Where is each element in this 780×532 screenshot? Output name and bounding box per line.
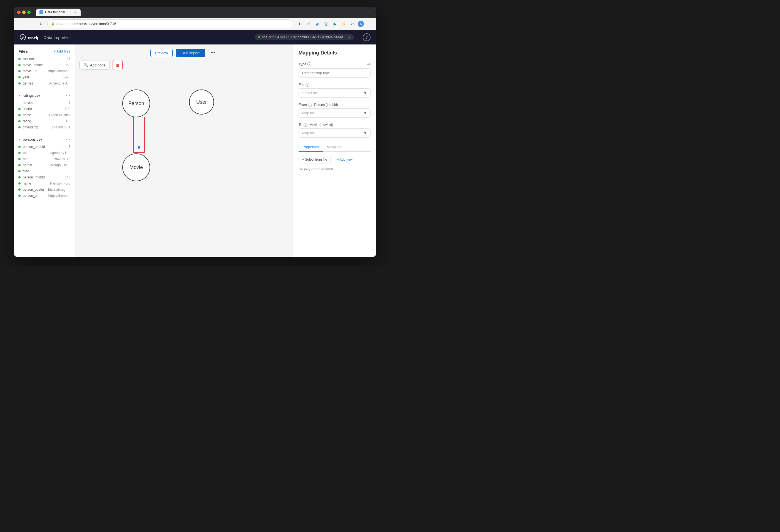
from-field-group: From i Person (tmdbld) Map file ▼ — [299, 103, 371, 117]
to-map-file-select[interactable]: Map file ▼ — [299, 129, 371, 138]
node-user[interactable]: User — [189, 90, 214, 114]
help-button[interactable]: ? — [363, 33, 371, 41]
csv-filename: persons.csv — [23, 137, 64, 142]
list-item: userId 630 — [14, 106, 75, 112]
from-map-file-select[interactable]: Map file ▼ — [299, 108, 371, 117]
file-field-name: name — [23, 113, 47, 117]
type-info-icon[interactable]: i — [307, 62, 311, 66]
app-header: neo4j Data Importer bolt+s://85474006517… — [14, 30, 376, 44]
add-new-button[interactable]: + Add new — [334, 156, 356, 163]
csv-collapse-icon: ▼ — [18, 138, 21, 141]
relationship-edge[interactable] — [133, 117, 145, 153]
more-options-button[interactable]: ••• — [208, 48, 217, 57]
list-item: movie_tmdbld 862 — [14, 62, 75, 68]
file-field-name: genres — [23, 82, 47, 85]
new-tab-button[interactable]: + — [82, 9, 88, 15]
active-tab[interactable]: ⬡ Data Importer ✕ — [36, 9, 81, 16]
file-field-name: person_tmdbld — [23, 145, 66, 149]
csv-menu-icon[interactable]: ⋯ — [66, 137, 70, 142]
delete-button[interactable]: 🗑 — [112, 60, 123, 70]
graph-canvas[interactable]: Person User — [75, 73, 293, 257]
file-field-name: died — [23, 169, 68, 173]
tab-mapping[interactable]: Mapping — [323, 143, 344, 152]
tab-properties[interactable]: Properties — [299, 143, 323, 152]
maximize-button[interactable] — [27, 10, 31, 14]
file-field-value: Chicago, Illin... — [48, 163, 70, 167]
file-status-dot — [18, 182, 20, 185]
list-item: born 1942-07-13 — [14, 156, 75, 162]
node-movie[interactable]: Movie — [122, 153, 150, 181]
tab-close-button[interactable]: ✕ — [74, 10, 77, 14]
share-button[interactable]: ⬆ — [295, 20, 303, 28]
file-field-value: Adventure|A... — [49, 82, 70, 85]
file-field-value: https://themo... — [48, 69, 70, 73]
from-info-icon[interactable]: i — [308, 103, 312, 107]
file-status-dot — [18, 76, 20, 79]
back-button[interactable]: ← — [17, 20, 25, 28]
preview-button[interactable]: Preview — [150, 49, 173, 57]
file-field-value: Legendary H... — [48, 151, 70, 155]
sidebar-icon[interactable]: ▭ — [349, 20, 357, 28]
file-field-name: movie_tmdbld — [23, 63, 62, 67]
app-container: neo4j Data Importer bolt+s://85474006517… — [14, 30, 376, 257]
run-import-button[interactable]: Run Import — [176, 49, 205, 57]
from-placeholder: Map file — [302, 111, 315, 115]
csv-group-persons[interactable]: ▼ persons.csv ⋯ — [14, 135, 75, 144]
file-field-name: person_url — [23, 194, 46, 198]
to-info-icon[interactable]: i — [303, 123, 307, 127]
file-field-name: bio — [23, 151, 46, 155]
file-field-value: Harrison Ford — [50, 182, 70, 185]
relationship-type-input[interactable] — [299, 68, 371, 78]
file-status-dot — [18, 158, 20, 160]
window-controls[interactable]: ⌄ — [368, 10, 373, 14]
svg-marker-3 — [138, 146, 140, 150]
address-bar[interactable]: 🔒 data-importer.neo4j.io/versions/0.7.0/ — [47, 19, 293, 28]
type-label: Type i ⇌ — [299, 61, 371, 67]
divider — [14, 134, 75, 134]
close-button[interactable] — [17, 10, 20, 14]
connection-chevron-icon: ▼ — [348, 36, 350, 39]
node-person[interactable]: Person — [122, 90, 150, 117]
file-field-name: born — [23, 157, 51, 161]
file-select[interactable]: Select file ▼ — [299, 88, 371, 98]
file-info-icon[interactable]: i — [305, 83, 309, 87]
more-icon: ••• — [210, 50, 215, 55]
file-status-dot — [18, 146, 20, 148]
traffic-lights — [17, 10, 31, 14]
forward-button[interactable]: → — [27, 20, 35, 28]
file-status-dot — [18, 64, 20, 66]
select-from-file-button[interactable]: + Select from file — [299, 156, 331, 163]
file-field-value: 1995 — [63, 75, 70, 79]
file-field-value: 3 — [68, 145, 70, 149]
menu-button[interactable]: ⋮ — [365, 20, 373, 28]
files-title: Files — [18, 49, 28, 54]
connection-status-dot — [258, 36, 260, 38]
list-item: person_url https://themo... — [14, 193, 75, 199]
file-status-dot — [18, 120, 20, 122]
file-status-dot — [18, 188, 20, 191]
extensions-icon[interactable]: ⚡ — [340, 20, 348, 28]
file-field-value: 4.0 — [65, 119, 70, 123]
file-field-name: year — [23, 75, 61, 79]
minimize-button[interactable] — [22, 10, 26, 14]
csv-menu-icon[interactable]: ⋯ — [66, 93, 70, 98]
refresh-button[interactable]: ↻ — [37, 20, 45, 28]
csv-group-ratings[interactable]: ▼ ratings.csv ⋯ — [14, 91, 75, 100]
meet-icon[interactable]: ▶ — [331, 20, 339, 28]
file-field-name: bornln — [23, 163, 46, 167]
swap-icon[interactable]: ⇌ — [367, 61, 371, 67]
cast-icon[interactable]: 📡 — [322, 20, 330, 28]
type-field-group: Type i ⇌ — [299, 61, 371, 78]
connection-badge[interactable]: bolt+s://85474006517e1dc2988064c7a2109d4… — [255, 34, 354, 40]
profile-icon[interactable]: A — [358, 21, 364, 27]
add-node-button[interactable]: 🔍 Add node — [80, 61, 110, 69]
file-field-name: person_poster — [23, 188, 46, 192]
bookmark-button[interactable]: ☆ — [304, 20, 312, 28]
add-files-button[interactable]: + Add files — [54, 49, 70, 53]
google-drive-icon[interactable]: ◉ — [313, 20, 321, 28]
file-status-dot — [18, 170, 20, 172]
file-field-value: 148 — [65, 176, 70, 179]
mapping-details-panel: Mapping Details Type i ⇌ File i — [293, 44, 376, 257]
file-select-placeholder: Select file — [302, 91, 318, 95]
list-item: bornln Chicago, Illin... — [14, 162, 75, 168]
